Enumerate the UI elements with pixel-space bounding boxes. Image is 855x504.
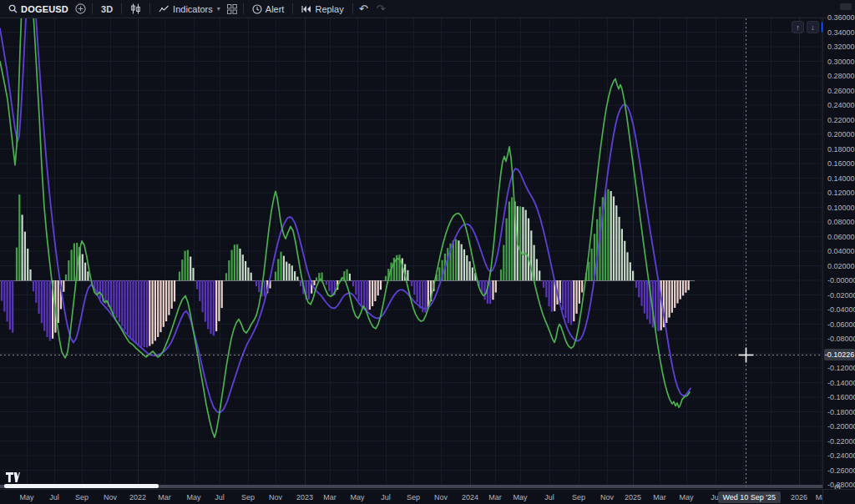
- price-tick: 0.18000: [827, 145, 855, 154]
- time-tick: Mar: [488, 493, 502, 501]
- price-tick: 0.34000: [827, 28, 855, 37]
- time-tick: May: [679, 493, 693, 501]
- price-tick: 0.10000: [827, 204, 855, 212]
- time-tick: May: [350, 493, 364, 501]
- time-tick: Mar: [653, 493, 666, 501]
- price-tick: 0.36000: [827, 13, 855, 22]
- layout-grid-icon[interactable]: [227, 4, 237, 14]
- price-tick: 0.24000: [827, 101, 855, 109]
- alert-clock-icon: [252, 4, 262, 14]
- price-tick: 0.32000: [827, 43, 855, 51]
- price-tick: -0.06000: [827, 320, 855, 329]
- symbol-search-button[interactable]: DOGEUSD: [6, 3, 71, 16]
- replay-icon: [301, 5, 311, 13]
- indicators-icon: [159, 4, 169, 14]
- search-icon: [8, 4, 18, 13]
- tradingview-app: DOGEUSD 3D Indicators: [0, 0, 855, 504]
- price-tick: 0.28000: [827, 72, 855, 80]
- price-tick: -0.16000: [827, 393, 855, 401]
- price-tick: -0.14000: [827, 379, 855, 387]
- price-tick: 0.08000: [827, 218, 855, 226]
- chart-pane[interactable]: ↑ ↓ ⟳: [0, 18, 822, 488]
- indicators-button[interactable]: Indicators ▾: [156, 3, 223, 16]
- crosshair: [0, 18, 822, 488]
- crosshair-price-label: -0.10226: [824, 349, 855, 360]
- time-tick: Jul: [49, 493, 59, 501]
- price-tick: -0.08000: [827, 335, 855, 343]
- price-tick: 0.12000: [827, 189, 855, 197]
- undo-icon[interactable]: ↶: [359, 3, 368, 14]
- time-tick: Nov: [104, 493, 117, 501]
- price-tick: -0.24000: [827, 451, 855, 460]
- alert-button[interactable]: Alert: [250, 3, 287, 16]
- price-tick: -0.28000: [827, 481, 855, 489]
- horizontal-scrollbar-thumb[interactable]: [4, 484, 159, 488]
- time-tick: Nov: [434, 493, 448, 501]
- time-tick: Jul: [215, 493, 225, 501]
- time-tick: 2022: [129, 493, 146, 501]
- time-tick: Mar: [323, 493, 336, 501]
- replay-button[interactable]: Replay: [299, 3, 346, 16]
- price-tick: 0.22000: [827, 116, 855, 124]
- price-tick: 0.02000: [827, 262, 855, 270]
- price-tick: 0.16000: [827, 159, 855, 168]
- price-tick: -0.02000: [827, 291, 855, 300]
- price-tick: 0.04000: [827, 247, 855, 255]
- chart-style-button[interactable]: [128, 2, 144, 16]
- compare-add-icon[interactable]: [75, 3, 86, 14]
- time-tick: May: [186, 493, 200, 501]
- replay-label: Replay: [315, 4, 343, 14]
- macd-line: [0, 18, 690, 437]
- price-tick: 0.14000: [827, 174, 855, 183]
- time-tick: May: [19, 493, 33, 501]
- price-tick: 0.30000: [827, 58, 855, 66]
- top-toolbar: DOGEUSD 3D Indicators: [0, 0, 855, 18]
- grid: [0, 18, 822, 488]
- symbol-name: DOGEUSD: [21, 4, 68, 14]
- time-tick: 2023: [296, 493, 313, 501]
- interval-button[interactable]: 3D: [99, 3, 115, 16]
- time-tick: Sep: [75, 493, 89, 501]
- price-tick: 0.06000: [827, 233, 855, 241]
- price-tick: -0.18000: [827, 408, 855, 416]
- time-tick: Mar: [158, 493, 171, 501]
- time-tick: Nov: [269, 493, 282, 501]
- axis-corner: [822, 489, 855, 504]
- price-tick: 0.26000: [827, 87, 855, 95]
- time-tick: Jul: [544, 493, 554, 501]
- price-tick: -0.26000: [827, 466, 855, 475]
- time-tick: 2024: [462, 493, 478, 501]
- time-tick: Sep: [241, 493, 255, 501]
- price-axis[interactable]: -0.10226 ⚙ 0.360000.340000.320000.300000…: [822, 18, 855, 488]
- redo-icon[interactable]: ↷: [377, 3, 386, 14]
- price-tick: -0.22000: [827, 437, 855, 446]
- alert-label: Alert: [266, 4, 285, 14]
- crosshair-time-label: Wed 10 Sep '25: [718, 491, 782, 503]
- price-tick: 0.20000: [827, 130, 855, 139]
- window-control-icon[interactable]: [840, 3, 852, 10]
- time-tick: 2025: [625, 493, 641, 501]
- candles-icon: [130, 3, 141, 14]
- time-tick: Nov: [600, 493, 614, 501]
- chevron-down-icon: ▾: [217, 5, 220, 13]
- time-tick: Jul: [381, 493, 391, 501]
- time-tick: 2026: [791, 493, 807, 501]
- time-tick: May: [513, 493, 527, 501]
- price-tick: -0.12000: [827, 364, 855, 372]
- plot-svg[interactable]: [0, 18, 822, 488]
- indicators-label: Indicators: [173, 4, 213, 14]
- price-tick: -0.20000: [827, 422, 855, 431]
- tradingview-logo[interactable]: [6, 472, 20, 483]
- scroll-down-button[interactable]: ↓: [807, 21, 819, 33]
- time-axis[interactable]: Wed 10 Sep '25 MayJulSepNov2022MarMayJul…: [0, 489, 822, 504]
- price-tick: -0.00000: [827, 276, 855, 285]
- time-tick: Sep: [572, 493, 585, 501]
- time-tick: Sep: [407, 493, 420, 501]
- price-tick: -0.04000: [827, 305, 855, 314]
- scroll-up-button[interactable]: ↑: [792, 21, 804, 33]
